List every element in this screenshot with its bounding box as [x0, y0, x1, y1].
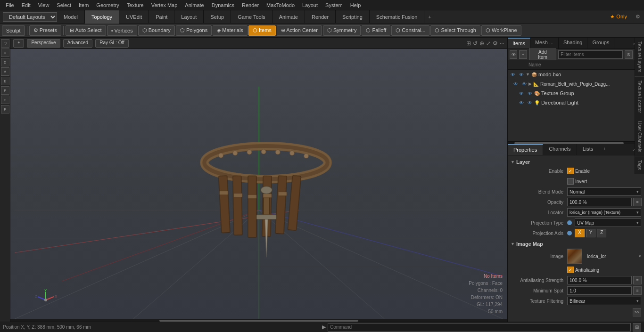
- menu-texture[interactable]: Texture: [123, 1, 148, 9]
- side-tab-texture-locator[interactable]: Texture Locator: [635, 77, 644, 117]
- viewport-mode-perspective[interactable]: Perspective: [27, 39, 60, 48]
- tab-uvedit[interactable]: UVEdit: [119, 10, 149, 24]
- enable-checkbox[interactable]: ✓: [567, 168, 574, 174]
- left-tool-btn-2[interactable]: D: [1, 49, 9, 57]
- items-scrollbar-h[interactable]: [508, 141, 644, 144]
- menu-item[interactable]: Item: [75, 1, 92, 9]
- props-tab-lists[interactable]: Lists: [577, 144, 600, 155]
- item-eye-tex-group[interactable]: 👁: [517, 89, 526, 97]
- viewport-scrollbar-h[interactable]: [10, 319, 507, 322]
- item-expand-modo-bxo[interactable]: ▼: [526, 72, 530, 77]
- tab-game-tools[interactable]: Game Tools: [231, 10, 272, 24]
- falloff-button[interactable]: ⬡ Falloff: [362, 25, 390, 36]
- menu-layout[interactable]: Layout: [298, 1, 322, 9]
- aa-strength-input[interactable]: [567, 276, 632, 284]
- menu-max-to-modo[interactable]: MaxToModo: [263, 1, 298, 9]
- item-eye-modo-bxo[interactable]: 👁: [509, 70, 517, 79]
- item-render-dir-light[interactable]: 👁: [526, 98, 534, 107]
- item-eye-dir-light[interactable]: 👁: [517, 98, 526, 107]
- constraints-button[interactable]: ⬡ Constrai...: [391, 25, 429, 36]
- tex-filtering-dropdown[interactable]: Bilinear ▾: [567, 297, 641, 305]
- list-item[interactable]: 👁 👁 ▼ 📦 modo.bxo: [508, 70, 644, 79]
- viewport-icon-settings[interactable]: ⚙: [493, 40, 498, 47]
- blend-mode-dropdown[interactable]: Normal ▾: [567, 187, 641, 196]
- tab-scripting[interactable]: Scripting: [336, 10, 370, 24]
- menu-file[interactable]: File: [2, 1, 18, 9]
- props-tab-properties[interactable]: Properties: [508, 144, 543, 155]
- projection-axis-dot[interactable]: [567, 231, 572, 235]
- left-tool-btn-5[interactable]: E: [1, 77, 9, 85]
- vertices-button[interactable]: • Vertices: [107, 25, 137, 36]
- antialiasing-checkbox[interactable]: ✓: [567, 267, 574, 273]
- viewport-icon-rotate[interactable]: ↺: [473, 40, 478, 47]
- left-tool-btn-3[interactable]: D: [1, 58, 9, 66]
- menu-edit[interactable]: Edit: [18, 1, 34, 9]
- tab-paint[interactable]: Paint: [149, 10, 174, 24]
- menu-help[interactable]: Help: [347, 1, 365, 9]
- items-button[interactable]: ⬡ Items: [248, 25, 276, 36]
- viewport-3d[interactable]: No Items Polygons : Face Channels: 0 Def…: [10, 49, 507, 319]
- side-tab-user-channels[interactable]: User Channels: [635, 117, 644, 156]
- left-tool-btn-1[interactable]: ⬡: [1, 39, 9, 48]
- auto-select-button[interactable]: ⊞ Auto Select: [66, 25, 106, 36]
- menu-vertex-map[interactable]: Vertex Map: [148, 1, 182, 9]
- command-execute-button[interactable]: ⊞: [633, 323, 641, 332]
- menu-select[interactable]: Select: [53, 1, 75, 9]
- tab-animate[interactable]: Animate: [272, 10, 305, 24]
- items-lock-toggle[interactable]: +: [519, 50, 527, 59]
- viewport-icon-dots[interactable]: ···: [500, 40, 504, 47]
- item-render-modo-bxo[interactable]: 👁: [517, 70, 526, 79]
- menu-render[interactable]: Render: [238, 1, 263, 9]
- command-input[interactable]: [328, 323, 631, 332]
- menu-system[interactable]: System: [322, 1, 347, 9]
- item-eye-roman-belt[interactable]: 👁: [512, 80, 520, 88]
- viewport-icon-fit[interactable]: ⤢: [486, 40, 491, 47]
- left-tool-btn-6[interactable]: P: [1, 86, 9, 95]
- viewport-eye-toggle[interactable]: ●: [13, 39, 24, 48]
- add-item-button[interactable]: Add Item: [529, 49, 556, 61]
- add-tab-button[interactable]: +: [424, 12, 435, 22]
- image-map-section[interactable]: ▼ Image Map: [508, 240, 644, 248]
- axis-y-button[interactable]: Y: [586, 229, 596, 237]
- layout-settings-button[interactable]: ⚙: [632, 14, 644, 20]
- tab-topology[interactable]: Topology: [85, 10, 119, 24]
- action-center-button[interactable]: ⊕ Action Center: [277, 25, 322, 36]
- axis-x-button[interactable]: X: [575, 229, 585, 237]
- symmetry-button[interactable]: ⬡ Symmetry: [323, 25, 361, 36]
- menu-animate[interactable]: Animate: [181, 1, 207, 9]
- presets-button[interactable]: ⚙ Presets: [29, 25, 61, 36]
- left-tool-btn-4[interactable]: M: [1, 67, 9, 76]
- item-render-roman-belt[interactable]: 👁: [520, 80, 528, 88]
- projection-type-dropdown[interactable]: UV Map ▾: [575, 219, 641, 227]
- workplane-button[interactable]: ⬡ WorkPlane: [481, 25, 521, 36]
- sculpt-button[interactable]: Sculpt: [2, 25, 25, 36]
- tab-render[interactable]: Render: [305, 10, 336, 24]
- viewport-advanced[interactable]: Advanced: [63, 39, 92, 48]
- items-visibility-toggle[interactable]: 👁: [510, 50, 517, 59]
- left-tool-btn-8[interactable]: F: [1, 105, 9, 113]
- layout-selector[interactable]: Default Layouts: [3, 12, 57, 22]
- viewport-icon-grid[interactable]: ⊞: [466, 40, 471, 47]
- materials-button[interactable]: ◈ Materials: [213, 25, 248, 36]
- image-thumbnail[interactable]: [567, 249, 582, 264]
- side-tab-tags[interactable]: Tags: [635, 156, 644, 174]
- list-item[interactable]: 👁 👁 ▶ 📐 Roman_Belt_with_Pugio_Dagg...: [508, 79, 644, 89]
- items-flag-btn[interactable]: S: [625, 50, 632, 59]
- tab-setup[interactable]: Setup: [204, 10, 231, 24]
- side-tab-texture-layers[interactable]: Texture Layers: [635, 38, 644, 77]
- projection-type-dot[interactable]: [567, 220, 572, 225]
- list-item[interactable]: 👁 👁 🎨 Texture Group: [508, 89, 644, 98]
- tab-model[interactable]: Model: [57, 10, 85, 24]
- filter-items-input[interactable]: [558, 50, 623, 59]
- polygons-button[interactable]: ⬠ Polygons: [176, 25, 212, 36]
- viewport-ray-gl[interactable]: Ray GL: Off: [95, 39, 129, 48]
- item-expand-roman-belt[interactable]: ▶: [528, 81, 532, 86]
- props-tab-add[interactable]: +: [599, 144, 610, 155]
- items-tab-items[interactable]: Items: [508, 38, 530, 49]
- tab-schematic-fusion[interactable]: Schematic Fusion: [370, 10, 424, 24]
- invert-checkbox[interactable]: [567, 178, 574, 185]
- menu-dynamics[interactable]: Dynamics: [208, 1, 238, 9]
- axis-z-button[interactable]: Z: [597, 229, 606, 237]
- menu-view[interactable]: View: [34, 1, 53, 9]
- boundary-button[interactable]: ⬡ Boundary: [138, 25, 175, 36]
